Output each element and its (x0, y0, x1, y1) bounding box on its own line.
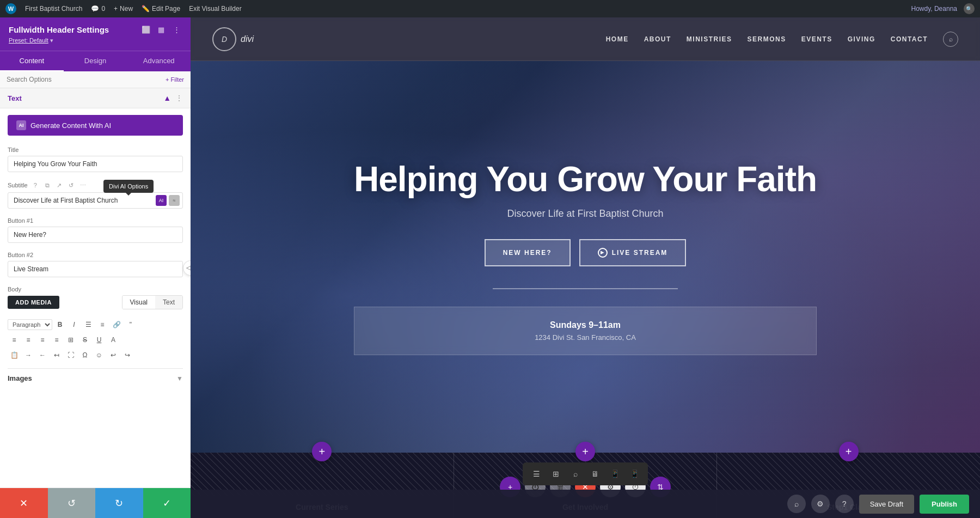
body-toolbar-row3: 📋 → ← ↤ ⛶ Ω ☺ ↩ ↪ (8, 349, 183, 362)
tb-quote[interactable]: " (124, 318, 137, 331)
button1-label: Button #1 (8, 217, 183, 224)
add-section-btn-3[interactable]: + (839, 442, 859, 461)
search-input[interactable] (7, 76, 161, 83)
tb-emoji[interactable]: ☺ (93, 349, 106, 362)
tb-indent[interactable]: → (22, 349, 35, 362)
sidebar-more-icon[interactable]: ⋮ (171, 24, 182, 35)
sidebar-title: Fullwidth Header Settings (9, 25, 109, 34)
subtitle-more-icon[interactable]: ⋯ (79, 181, 88, 190)
admin-new[interactable]: + New (114, 5, 133, 13)
save-draft-button[interactable]: Save Draft (859, 495, 914, 514)
nav-about[interactable]: ABOUT (644, 35, 671, 43)
admin-search-btn[interactable]: 🔍 (964, 3, 975, 14)
sidebar-columns-icon[interactable]: ▦ (156, 24, 167, 35)
hero-section: Helping You Grow Your Faith Discover Lif… (191, 61, 980, 453)
text-section-header[interactable]: Text ▲ ⋮ (0, 88, 191, 108)
subtitle-lang-btn[interactable]: ≈ (169, 195, 180, 206)
sidebar-cancel-btn[interactable]: ✕ (0, 488, 48, 518)
ft-grid-icon[interactable]: ⊞ (548, 466, 564, 482)
tb-outdent[interactable]: ← (36, 349, 49, 362)
tab-visual[interactable]: Visual (122, 296, 155, 309)
sidebar-redo-btn[interactable]: ↻ (95, 488, 143, 518)
ai-generate-button[interactable]: AI Generate Content With AI (8, 115, 183, 136)
sidebar-preset: Preset: Default ▾ (9, 37, 182, 44)
subtitle-ai-btn[interactable]: AI (156, 195, 167, 206)
images-section-header[interactable]: Images ▼ (8, 368, 183, 388)
ft-menu-icon[interactable]: ☰ (528, 466, 544, 482)
nav-events[interactable]: EVENTS (801, 35, 832, 43)
nav-ministries[interactable]: MINISTRIES (687, 35, 732, 43)
button1-input[interactable] (8, 227, 183, 243)
paragraph-select[interactable]: Paragraph (8, 319, 52, 330)
tb-ol[interactable]: ≡ (96, 318, 109, 331)
tab-content[interactable]: Content (0, 51, 64, 71)
add-media-button[interactable]: ADD MEDIA (8, 296, 59, 309)
tb-link[interactable]: 🔗 (110, 318, 123, 331)
float-toolbar: ☰ ⊞ ⌕ 🖥 📱 📱 (523, 462, 648, 485)
tb-outdent2[interactable]: ↤ (50, 349, 63, 362)
tab-text[interactable]: Text (155, 296, 182, 309)
admin-site-name[interactable]: First Baptist Church (25, 5, 82, 13)
admin-comments[interactable]: 💬 0 (91, 5, 105, 13)
sidebar-undo-btn[interactable]: ↺ (48, 488, 96, 518)
editor-mode-tabs: Visual Text (122, 295, 183, 309)
admin-exit-builder[interactable]: Exit Visual Builder (189, 5, 242, 13)
tb-italic[interactable]: I (68, 318, 81, 331)
tab-design[interactable]: Design (64, 51, 127, 71)
tb-undo[interactable]: ↩ (107, 349, 120, 362)
button1-field-group: Button #1 (0, 213, 191, 247)
wp-icon[interactable]: W (5, 3, 16, 14)
subtitle-help-icon[interactable]: ? (31, 181, 40, 190)
hero-title: Helping You Grow Your Faith (354, 159, 817, 199)
tab-advanced[interactable]: Advanced (127, 51, 191, 71)
nav-giving[interactable]: GIVING (848, 35, 875, 43)
sidebar-save-btn[interactable]: ✓ (143, 488, 191, 518)
tb-color[interactable]: A (107, 333, 120, 346)
button2-input[interactable] (8, 261, 183, 277)
tb-paste[interactable]: 📋 (8, 349, 21, 362)
tb-fullscreen[interactable]: ⛶ (64, 349, 77, 362)
action-help-icon[interactable]: ? (835, 495, 854, 513)
tb-ul[interactable]: ☰ (82, 318, 95, 331)
hero-new-here-btn[interactable]: NEW HERE? (485, 239, 571, 266)
filter-button[interactable]: + Filter (166, 76, 184, 83)
nav-contact[interactable]: CONTACT (891, 35, 928, 43)
tb-align-left[interactable]: ≡ (8, 333, 21, 346)
nav-search-icon[interactable]: ⌕ (943, 32, 958, 47)
action-settings-icon[interactable]: ⚙ (811, 495, 830, 513)
admin-edit-page[interactable]: ✏️ Edit Page (142, 5, 180, 13)
main-content: D divi HOME ABOUT MINISTRIES SERMONS EVE… (191, 17, 980, 518)
action-search-icon[interactable]: ⌕ (787, 495, 806, 513)
tb-special[interactable]: Ω (78, 349, 91, 362)
sidebar-resize-icon[interactable]: ⬜ (140, 24, 151, 35)
ft-search-icon[interactable]: ⌕ (567, 466, 584, 482)
tb-table[interactable]: ⊞ (64, 333, 77, 346)
tb-align-center[interactable]: ≡ (22, 333, 35, 346)
search-bar: + Filter (0, 71, 191, 88)
nav-sermons[interactable]: SERMONS (748, 35, 786, 43)
subtitle-copy-icon[interactable]: ⧉ (43, 181, 52, 190)
subtitle-link-icon[interactable]: ↗ (55, 181, 64, 190)
sidebar-tabs: Content Design Advanced (0, 51, 191, 71)
tb-underline[interactable]: U (93, 333, 106, 346)
text-section-menu[interactable]: ⋮ (175, 94, 183, 102)
tb-bold[interactable]: B (53, 318, 66, 331)
logo-text: divi (241, 34, 254, 44)
tb-strikethrough[interactable]: S (78, 333, 91, 346)
tb-redo[interactable]: ↪ (121, 349, 134, 362)
ft-tablet-icon[interactable]: 📱 (607, 466, 623, 482)
subtitle-reset-icon[interactable]: ↺ (67, 181, 76, 190)
ft-desktop-icon[interactable]: 🖥 (587, 466, 603, 482)
body-toolbar-row2: ≡ ≡ ≡ ≡ ⊞ S U A (8, 333, 183, 346)
tb-align-right[interactable]: ≡ (36, 333, 49, 346)
add-section-btn-1[interactable]: + (312, 442, 332, 461)
nav-home[interactable]: HOME (606, 35, 629, 43)
ft-mobile-icon[interactable]: 📱 (626, 466, 642, 482)
admin-bar: W First Baptist Church 💬 0 + New ✏️ Edit… (0, 0, 980, 17)
hero-live-stream-btn[interactable]: ▶ LIVE STREAM (579, 239, 687, 266)
add-section-btn-2[interactable]: + (575, 442, 595, 461)
publish-button[interactable]: Publish (920, 495, 969, 514)
button2-label: Button #2 (8, 252, 183, 258)
title-input[interactable] (8, 156, 183, 172)
tb-align-justify[interactable]: ≡ (50, 333, 63, 346)
